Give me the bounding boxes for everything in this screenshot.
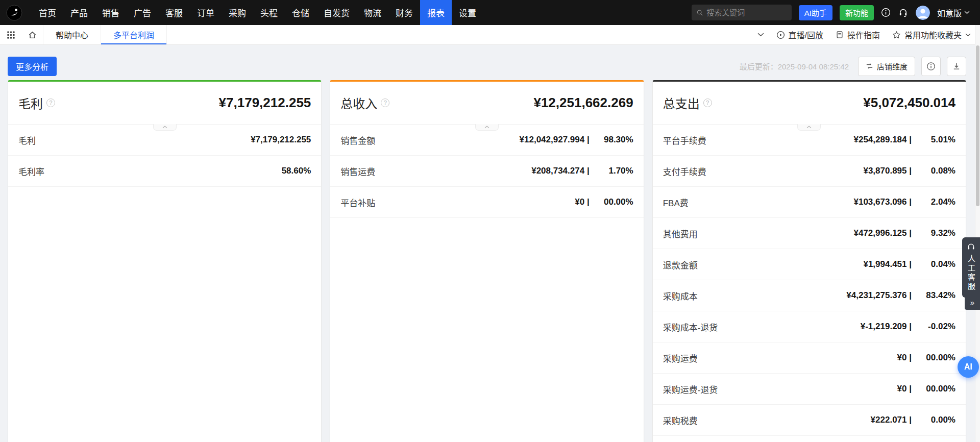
nav-item-finance[interactable]: 财务 <box>388 0 420 25</box>
nav-item-settings[interactable]: 设置 <box>452 0 483 25</box>
avatar[interactable] <box>916 6 930 20</box>
help-icon[interactable]: ? <box>46 99 55 107</box>
metric-percent: 00.00% <box>912 384 955 394</box>
live-replay-label: 直播/回放 <box>789 29 823 41</box>
metric-percent: 2.04% <box>912 197 955 207</box>
metric-row: 采购成本 ¥4,231,275.376 | 83.42% <box>653 280 966 311</box>
human-service-label: 人工客服 <box>966 255 976 291</box>
metric-percent: 9.32% <box>912 228 955 238</box>
store-dimension-label: 店铺维度 <box>877 61 908 71</box>
card-collapse-handle[interactable] <box>475 124 499 131</box>
nav-item-warehouse[interactable]: 仓储 <box>285 0 316 25</box>
help-icon[interactable]: ? <box>703 99 712 107</box>
total-revenue-card: 总收入 ? ¥12,251,662.269 销售金额 ¥12,042,927.9… <box>330 80 644 442</box>
tabs-expand-chevron-icon[interactable] <box>757 33 764 37</box>
metric-value: ¥7,179,212.255 <box>251 135 311 145</box>
metric-percent: 1.70% <box>590 166 633 176</box>
card-title: 毛利 ? <box>18 94 55 112</box>
favorites-menu[interactable]: 常用功能收藏夹 <box>892 29 971 41</box>
tab-multi-platform-profit[interactable]: 多平台利润 <box>101 25 167 44</box>
home-icon[interactable] <box>21 25 43 44</box>
document-icon <box>836 31 844 39</box>
metric-label: 采购运费-退货 <box>663 383 718 396</box>
apps-grid-icon[interactable] <box>0 25 21 44</box>
app-logo[interactable] <box>6 5 22 21</box>
search-box[interactable] <box>692 5 792 20</box>
card-collapse-handle[interactable] <box>797 124 821 131</box>
nav-item-home[interactable]: 首页 <box>32 0 63 25</box>
nav-item-reports[interactable]: 报表 <box>420 0 452 25</box>
scrollbar-thumb[interactable] <box>976 45 979 206</box>
metric-label: 销售金额 <box>340 134 375 146</box>
metric-row: 退款金额 ¥1,994.451 | 0.04% <box>653 249 966 280</box>
metric-label: 毛利率 <box>18 165 44 178</box>
nav-item-logistics[interactable]: 物流 <box>357 0 388 25</box>
metric-label: 销售运费 <box>340 165 375 178</box>
nav-item-purchasing[interactable]: 采购 <box>222 0 253 25</box>
metric-value: ¥0 | <box>897 384 912 394</box>
metric-percent: 0.00% <box>912 415 955 425</box>
card-collapse-handle[interactable] <box>153 124 177 131</box>
main-menu: 首页 产品 销售 广告 客服 订单 采购 头程 仓储 自发货 物流 财务 报表 … <box>32 0 483 25</box>
metric-value: ¥222.071 | <box>871 415 912 425</box>
card-total-value: ¥5,072,450.014 <box>863 95 955 111</box>
store-dimension-button[interactable]: 店铺维度 <box>858 57 915 76</box>
card-title-text: 总收入 <box>340 94 377 112</box>
live-replay-link[interactable]: 直播/回放 <box>776 29 823 41</box>
nav-item-self-delivery[interactable]: 自发货 <box>316 0 357 25</box>
metric-row: 其他费用 ¥472,996.125 | 9.32% <box>653 218 966 249</box>
metric-value: 58.60% <box>282 166 311 176</box>
tab-help-center[interactable]: 帮助中心 <box>43 25 101 44</box>
headset-icon[interactable] <box>898 8 909 18</box>
panel-collapse-button[interactable]: » <box>965 295 980 310</box>
metric-row: 采购运费 ¥0 | 00.00% <box>653 342 966 374</box>
metric-value: ¥1,994.451 | <box>863 259 912 269</box>
metric-percent: 98.30% <box>590 135 633 145</box>
download-button[interactable] <box>947 57 966 76</box>
metric-percent: 83.42% <box>912 290 955 301</box>
more-analysis-button[interactable]: 更多分析 <box>8 57 57 76</box>
nav-item-orders[interactable]: 订单 <box>190 0 222 25</box>
nav-item-customer-service[interactable]: 客服 <box>158 0 190 25</box>
headset-icon <box>967 242 975 251</box>
ai-floating-button[interactable]: AI <box>958 356 979 378</box>
human-service-panel[interactable]: 人工客服 <box>962 237 980 298</box>
metric-row: 支付手续费 ¥3,870.895 | 0.08% <box>653 156 966 187</box>
metric-value: ¥3,870.895 | <box>863 166 912 176</box>
download-icon <box>952 62 961 70</box>
metric-cards: 毛利 ? ¥7,179,212.255 毛利 ¥7,179,212.255 毛利… <box>0 80 980 442</box>
help-icon[interactable]: ? <box>381 99 389 107</box>
metric-row: 采购运费-退货 ¥0 | 00.00% <box>653 374 966 405</box>
app-logo-icon <box>6 5 22 21</box>
metric-value: ¥0 | <box>575 197 589 207</box>
info-button[interactable] <box>921 57 941 76</box>
chevron-down-icon <box>965 33 971 37</box>
metric-label: 采购运费 <box>663 352 698 364</box>
metric-percent: 00.00% <box>912 353 955 363</box>
card-header: 毛利 ? ¥7,179,212.255 <box>8 82 321 125</box>
search-input[interactable] <box>706 8 787 17</box>
metric-value: ¥472,996.125 | <box>854 228 912 238</box>
operation-guide-link[interactable]: 操作指南 <box>836 29 880 41</box>
gross-profit-card: 毛利 ? ¥7,179,212.255 毛利 ¥7,179,212.255 毛利… <box>8 80 322 442</box>
nav-item-products[interactable]: 产品 <box>63 0 95 25</box>
nav-item-ads[interactable]: 广告 <box>127 0 158 25</box>
metric-percent: 0.04% <box>912 259 955 269</box>
notice-info-icon[interactable] <box>881 8 891 18</box>
card-total-value: ¥12,251,662.269 <box>533 95 633 111</box>
version-switcher[interactable]: 如意版 <box>937 7 970 19</box>
metric-percent: 5.01% <box>912 135 955 145</box>
nav-item-sales[interactable]: 销售 <box>95 0 127 25</box>
card-title: 总支出 ? <box>663 94 712 112</box>
store-dimension-icon <box>866 62 873 70</box>
metric-label: 毛利 <box>18 134 36 146</box>
metric-label: 采购税费 <box>663 414 698 427</box>
nav-item-first-leg[interactable]: 头程 <box>253 0 285 25</box>
new-features-button[interactable]: 新功能 <box>840 5 874 20</box>
favorites-label: 常用功能收藏夹 <box>904 29 962 41</box>
metric-row: 销售运费 ¥208,734.274 | 1.70% <box>330 156 643 187</box>
toolbar: 更多分析 最后更新：2025-09-04 08:25:42 店铺维度 <box>0 45 980 80</box>
card-title-text: 总支出 <box>663 94 700 112</box>
card-rows: 毛利 ¥7,179,212.255 毛利率 58.60% <box>8 125 321 187</box>
ai-assistant-button[interactable]: AI助手 <box>799 5 832 20</box>
